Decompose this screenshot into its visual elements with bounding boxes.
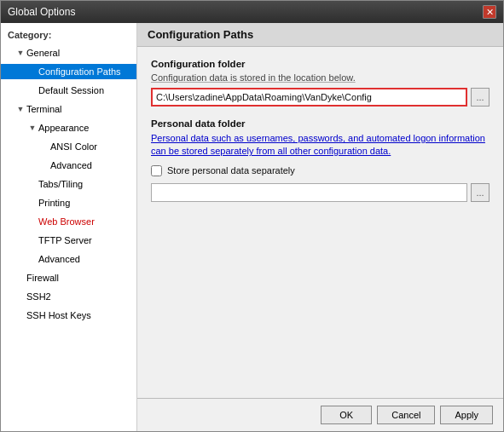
config-path-row: ... <box>151 88 490 107</box>
tree-item-row-firewall[interactable]: Firewall <box>1 270 136 285</box>
tree-label-ssh-host-keys: SSH Host Keys <box>26 310 91 320</box>
tree-label-appearance: Appearance <box>38 123 89 133</box>
tree-item-web-browser[interactable]: Web Browser <box>1 212 136 231</box>
tree-item-row-config-paths[interactable]: Configuration Paths <box>1 64 136 79</box>
tree-label-tabs-tiling: Tabs/Tiling <box>38 179 83 189</box>
tree-label-ssh2: SSH2 <box>26 291 51 302</box>
tree-item-printing[interactable]: Printing <box>1 193 136 212</box>
panel-content: Configuration folder Configuration data … <box>137 47 503 398</box>
tree-item-row-tftp-server[interactable]: TFTP Server <box>1 233 136 248</box>
store-personal-checkbox[interactable] <box>151 165 162 176</box>
tree-label-ansi-color: ANSI Color <box>50 141 97 152</box>
tree-item-config-paths[interactable]: Configuration Paths <box>1 62 136 81</box>
tree-item-row-tabs-tiling[interactable]: Tabs/Tiling <box>1 176 136 192</box>
tree-item-default-session[interactable]: Default Session <box>1 81 136 100</box>
toggle-terminal: ▼ <box>14 105 26 113</box>
global-options-dialog: Global Options ✕ Category: ▼ General Con… <box>0 0 504 432</box>
close-button[interactable]: ✕ <box>483 5 496 19</box>
tree-item-row-advanced-terminal[interactable]: Advanced <box>1 251 136 267</box>
tree-label-terminal: Terminal <box>26 104 62 114</box>
tree-item-ssh2[interactable]: SSH2 <box>1 287 136 306</box>
tree-label-advanced-terminal: Advanced <box>38 254 80 264</box>
tree-item-row-printing[interactable]: Printing <box>1 195 136 210</box>
tree-item-general[interactable]: ▼ General <box>1 43 136 62</box>
dialog-footer: OK Cancel Apply <box>137 398 503 431</box>
tree-item-firewall[interactable]: Firewall <box>1 268 136 287</box>
ok-button[interactable]: OK <box>321 406 372 424</box>
store-personal-row: Store personal data separately <box>151 165 490 176</box>
tree-label-firewall: Firewall <box>26 273 59 283</box>
category-label: Category: <box>1 28 136 43</box>
right-panel: Configuration Paths Configuration folder… <box>137 23 503 431</box>
toggle-general: ▼ <box>14 49 26 57</box>
config-path-input[interactable] <box>151 88 467 107</box>
tree-item-advanced-appearance[interactable]: Advanced <box>1 156 136 175</box>
tree-label-web-browser: Web Browser <box>38 216 95 227</box>
tree-item-row-terminal[interactable]: ▼ Terminal <box>1 101 136 117</box>
personal-folder-desc-before: Personal data such as usernames, passwor… <box>151 133 485 143</box>
tree-label-tftp-server: TFTP Server <box>38 235 92 245</box>
config-folder-desc: Configuration data is stored in the loca… <box>151 72 490 83</box>
tree-item-row-default-session[interactable]: Default Session <box>1 83 136 98</box>
tree-item-ssh-host-keys[interactable]: SSH Host Keys <box>1 306 136 325</box>
tree-item-advanced-terminal[interactable]: Advanced <box>1 250 136 268</box>
tree-label-config-paths: Configuration Paths <box>38 66 121 77</box>
apply-button[interactable]: Apply <box>440 406 493 424</box>
dialog-body: Category: ▼ General Configuration Paths <box>1 23 503 431</box>
panel-header: Configuration Paths <box>137 23 503 47</box>
config-browse-button[interactable]: ... <box>471 88 490 107</box>
tree-item-terminal[interactable]: ▼ Terminal <box>1 100 136 118</box>
store-personal-label: Store personal data separately <box>167 165 295 176</box>
personal-path-input[interactable] <box>151 183 467 202</box>
personal-folder-title: Personal data folder <box>151 118 490 129</box>
personal-folder-desc: Personal data such as usernames, passwor… <box>151 132 490 158</box>
tree-item-row-general[interactable]: ▼ General <box>1 45 136 60</box>
personal-path-row: ... <box>151 183 490 202</box>
tree-item-tftp-server[interactable]: TFTP Server <box>1 231 136 250</box>
config-folder-title: Configuration folder <box>151 59 490 69</box>
tree-label-default-session: Default Session <box>38 85 104 95</box>
tree-item-tabs-tiling[interactable]: Tabs/Tiling <box>1 175 136 193</box>
tree-label-general: General <box>26 48 60 58</box>
personal-folder-desc-link: can be stored separately from all other … <box>151 146 391 156</box>
personal-browse-button[interactable]: ... <box>471 183 490 202</box>
tree-item-appearance[interactable]: ▼ Appearance <box>1 118 136 137</box>
tree-item-row-ansi-color[interactable]: ANSI Color <box>1 139 136 154</box>
left-panel: Category: ▼ General Configuration Paths <box>1 23 137 431</box>
cancel-button[interactable]: Cancel <box>377 406 435 424</box>
tree-item-ansi-color[interactable]: ANSI Color <box>1 137 136 156</box>
tree-item-row-ssh2[interactable]: SSH2 <box>1 289 136 304</box>
tree-label-printing: Printing <box>38 198 70 208</box>
tree-item-row-advanced-appearance[interactable]: Advanced <box>1 158 136 173</box>
tree-item-row-appearance[interactable]: ▼ Appearance <box>1 120 136 135</box>
toggle-appearance: ▼ <box>26 124 38 132</box>
tree-item-row-ssh-host-keys[interactable]: SSH Host Keys <box>1 308 136 323</box>
title-bar: Global Options ✕ <box>1 1 503 23</box>
dialog-title: Global Options <box>8 6 75 18</box>
tree-label-advanced-appearance: Advanced <box>50 160 92 170</box>
tree-item-row-web-browser[interactable]: Web Browser <box>1 214 136 229</box>
panel-header-title: Configuration Paths <box>148 28 253 41</box>
